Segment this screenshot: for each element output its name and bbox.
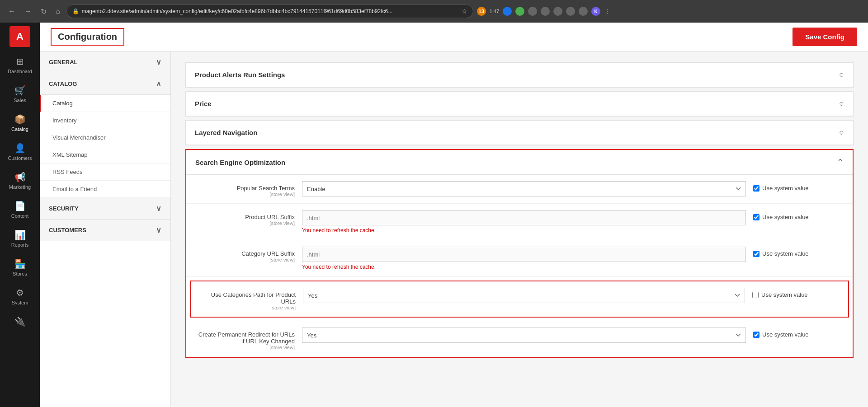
sidebar-item-extensions[interactable]: 🔌 — [0, 311, 40, 332]
seo-row-categories-path-wrap: Use Categories Path for Product URLs [st… — [190, 281, 849, 318]
config-nav: GENERAL ∨ CATALOG ∧ Catalog Inventory Vi… — [40, 51, 171, 407]
sidebar-label-catalog: Catalog — [11, 126, 28, 132]
permanent-redirect-system-value: Use system value — [753, 327, 844, 338]
categories-path-system-label: Use system value — [761, 291, 808, 298]
sidebar-label-reports: Reports — [11, 242, 29, 248]
ext-badge[interactable]: 13 — [477, 7, 486, 16]
ext-gray-5[interactable] — [579, 7, 588, 16]
app-container: A ⊞ Dashboard 🛒 Sales 📦 Catalog 👤 Custom… — [0, 23, 868, 407]
config-section-catalog[interactable]: CATALOG ∧ — [40, 73, 170, 95]
product-url-store-view: [store view] — [195, 220, 295, 226]
category-url-system-label: Use system value — [762, 250, 809, 257]
ext-gray-1[interactable] — [528, 7, 537, 16]
config-nav-visual-merchandiser[interactable]: Visual Merchandiser — [40, 129, 170, 146]
system-icon: ⚙ — [16, 287, 24, 298]
categories-path-input-wrap: Yes No — [303, 288, 745, 303]
card-product-alerts-toggle[interactable]: ○ — [839, 70, 844, 80]
config-section-security-label: SECURITY — [49, 205, 79, 212]
sidebar-item-customers[interactable]: 👤 Customers — [0, 137, 40, 166]
seo-row-category-url: Category URL Suffix [store view] You nee… — [186, 240, 853, 277]
back-button[interactable]: ← — [5, 5, 18, 17]
permanent-redirect-select[interactable]: Yes No — [302, 327, 746, 343]
categories-path-store-view: [store view] — [196, 305, 296, 310]
marketing-icon: 📢 — [14, 172, 26, 182]
popular-search-input-wrap: Enable — [302, 181, 746, 196]
ext-gray-4[interactable] — [566, 7, 575, 16]
ext-gray-2[interactable] — [541, 7, 550, 16]
product-url-system-checkbox[interactable] — [753, 214, 760, 220]
main-body: GENERAL ∨ CATALOG ∧ Catalog Inventory Vi… — [40, 51, 868, 407]
categories-path-label: Use Categories Path for Product URLs — [196, 288, 296, 305]
sidebar-label-customers: Customers — [8, 155, 32, 161]
sidebar-item-dashboard[interactable]: ⊞ Dashboard — [0, 51, 40, 80]
sidebar-label-content: Content — [11, 213, 29, 219]
categories-path-system-checkbox[interactable] — [752, 292, 759, 298]
config-nav-xml-sitemap[interactable]: XML Sitemap — [40, 146, 170, 164]
category-url-label: Category URL Suffix — [195, 247, 295, 257]
config-nav-inventory[interactable]: Inventory — [40, 112, 170, 129]
forward-button[interactable]: → — [22, 5, 34, 17]
card-product-alerts-header[interactable]: Product Alerts Run Settings ○ — [186, 63, 853, 87]
config-section-customers[interactable]: CUSTOMERS ∨ — [40, 220, 170, 241]
address-text: magento2.ddev.site/admin/admin/system_co… — [82, 8, 459, 14]
sidebar-item-sales[interactable]: 🛒 Sales — [0, 80, 40, 108]
card-product-alerts: Product Alerts Run Settings ○ — [185, 62, 854, 88]
card-layered-nav-toggle[interactable]: ○ — [839, 128, 844, 137]
permanent-redirect-system-label: Use system value — [762, 331, 809, 338]
permanent-redirect-system-checkbox[interactable] — [753, 332, 760, 338]
address-lock-icon: 🔒 — [72, 8, 79, 14]
sales-icon: 🛒 — [14, 85, 26, 96]
popular-search-system-checkbox[interactable] — [753, 185, 760, 192]
config-nav-rss-feeds[interactable]: RSS Feeds — [40, 164, 170, 181]
category-url-label-wrap: Category URL Suffix [store view] — [195, 247, 295, 262]
page-title: Configuration — [51, 28, 124, 46]
user-avatar[interactable]: K — [591, 7, 600, 16]
category-url-input[interactable] — [302, 247, 746, 262]
sidebar-item-content[interactable]: 📄 Content — [0, 195, 40, 224]
card-price-toggle[interactable]: ○ — [839, 99, 844, 108]
home-button[interactable]: ⌂ — [53, 5, 63, 17]
address-bar[interactable]: 🔒 magento2.ddev.site/admin/admin/system_… — [66, 5, 473, 18]
card-seo: Search Engine Optimization ⌃ Popular Sea… — [185, 149, 854, 358]
category-url-system-checkbox[interactable] — [753, 251, 760, 257]
product-url-input[interactable] — [302, 210, 746, 225]
ext-circle[interactable] — [503, 7, 512, 16]
card-price-header[interactable]: Price ○ — [186, 92, 853, 116]
sidebar-label-sales: Sales — [14, 98, 26, 103]
browser-extensions: 13 1.47 K ⋮ — [477, 7, 610, 16]
sidebar-item-system[interactable]: ⚙ System — [0, 282, 40, 311]
top-header: Configuration Save Config — [40, 23, 868, 51]
menu-button[interactable]: ⋮ — [604, 8, 610, 15]
seo-row-product-url: Product URL Suffix [store view] You need… — [186, 204, 853, 240]
refresh-button[interactable]: ↻ — [38, 5, 49, 18]
card-seo-toggle[interactable]: ⌃ — [837, 157, 844, 167]
card-price: Price ○ — [185, 91, 854, 117]
card-layered-nav-header[interactable]: Layered Navigation ○ — [186, 121, 853, 145]
ext-green[interactable] — [515, 7, 524, 16]
category-url-system-value: Use system value — [753, 247, 844, 257]
sidebar-label-marketing: Marketing — [9, 184, 31, 190]
sidebar-item-marketing[interactable]: 📢 Marketing — [0, 166, 40, 195]
config-section-general[interactable]: GENERAL ∨ — [40, 51, 170, 73]
config-section-security[interactable]: SECURITY ∨ — [40, 198, 170, 220]
card-layered-nav: Layered Navigation ○ — [185, 120, 854, 145]
card-seo-header[interactable]: Search Engine Optimization ⌃ — [186, 150, 853, 175]
product-url-label: Product URL Suffix — [195, 210, 295, 220]
product-url-system-value: Use system value — [753, 210, 844, 220]
config-nav-catalog[interactable]: Catalog — [40, 95, 170, 112]
config-nav-email-to-friend[interactable]: Email to a Friend — [40, 181, 170, 198]
sidebar-item-catalog[interactable]: 📦 Catalog — [0, 108, 40, 137]
ext-gray-3[interactable] — [553, 7, 562, 16]
sidebar-item-reports[interactable]: 📊 Reports — [0, 224, 40, 253]
category-url-hint: You need to refresh the cache. — [302, 264, 746, 270]
bookmark-icon[interactable]: ☆ — [462, 8, 467, 15]
product-url-label-wrap: Product URL Suffix [store view] — [195, 210, 295, 226]
categories-path-select[interactable]: Yes No — [303, 288, 745, 303]
customers-icon: 👤 — [14, 143, 26, 154]
app-logo[interactable]: A — [9, 26, 30, 47]
config-section-customers-label: CUSTOMERS — [49, 227, 86, 234]
save-config-button[interactable]: Save Config — [793, 28, 857, 46]
popular-search-select[interactable]: Enable — [302, 181, 746, 196]
sidebar-label-system: System — [12, 300, 28, 305]
sidebar-item-stores[interactable]: 🏪 Stores — [0, 253, 40, 282]
